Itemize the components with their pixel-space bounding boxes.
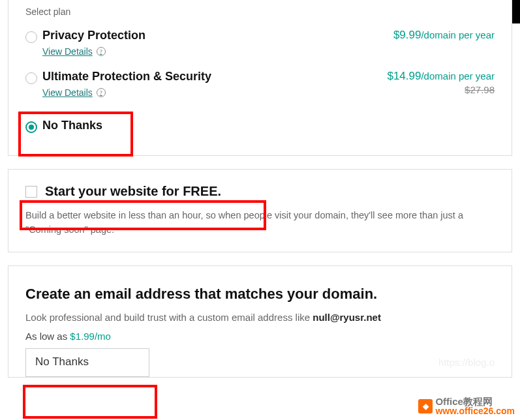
email-desc-pre: Look professional and build trust with a… bbox=[25, 312, 313, 323]
low-as-price: $1.99/mo bbox=[70, 331, 111, 342]
price-strike-ultimate: $27.98 bbox=[377, 84, 495, 95]
low-as-pre: As low as bbox=[25, 331, 70, 342]
price-privacy: $9.99 bbox=[393, 29, 421, 41]
price-ultimate: $14.99 bbox=[387, 70, 421, 82]
plan-row-privacy: Privacy Protection View Details ? $9.99/… bbox=[8, 22, 512, 63]
view-details-label: View Details bbox=[42, 46, 93, 57]
plan-title-ultimate: Ultimate Protection & Security bbox=[42, 70, 377, 83]
side-black-bar bbox=[512, 0, 520, 23]
plan-title-nothanks: No Thanks bbox=[42, 119, 495, 132]
price-suffix-ultimate: /domain per year bbox=[421, 70, 495, 82]
radio-ultimate[interactable] bbox=[25, 72, 37, 84]
email-plan-dropdown[interactable]: No Thanks bbox=[25, 348, 149, 377]
start-website-checkbox[interactable] bbox=[25, 186, 37, 198]
watermark: ◆ Office教程网 www.office26.com bbox=[418, 397, 515, 416]
select-plan-card: Select plan Privacy Protection View Deta… bbox=[8, 0, 512, 156]
email-upsell-description: Look professional and build trust with a… bbox=[25, 312, 495, 323]
info-icon: ? bbox=[97, 88, 106, 97]
watermark-line1: Office教程网 bbox=[435, 397, 515, 407]
select-plan-label: Select plan bbox=[8, 0, 512, 22]
view-details-ultimate[interactable]: View Details ? bbox=[42, 87, 106, 98]
email-low-as: As low as $1.99/mo bbox=[25, 331, 495, 342]
watermark-badge-icon: ◆ bbox=[418, 399, 433, 413]
email-example: null@ryusr.net bbox=[313, 312, 381, 323]
email-upsell-title: Create an email address that matches you… bbox=[25, 286, 495, 303]
start-website-label: Start your website for FREE. bbox=[45, 184, 221, 199]
plan-row-nothanks: No Thanks bbox=[8, 104, 512, 136]
website-upsell-description: Build a better website in less than an h… bbox=[25, 208, 495, 237]
dropdown-value: No Thanks bbox=[35, 355, 89, 368]
plan-row-ultimate: Ultimate Protection & Security View Deta… bbox=[8, 63, 512, 104]
view-details-label: View Details bbox=[42, 87, 93, 98]
price-suffix-privacy: /domain per year bbox=[421, 29, 495, 40]
view-details-privacy[interactable]: View Details ? bbox=[42, 46, 106, 57]
website-upsell-card: Start your website for FREE. Build a bet… bbox=[8, 169, 512, 252]
url-hint: https://blog.o bbox=[438, 357, 495, 368]
info-icon: ? bbox=[97, 47, 106, 56]
email-upsell-card: Create an email address that matches you… bbox=[8, 265, 512, 378]
radio-privacy[interactable] bbox=[25, 31, 37, 43]
annotation-highlight-3 bbox=[23, 385, 157, 419]
plan-title-privacy: Privacy Protection bbox=[42, 29, 377, 42]
radio-nothanks[interactable] bbox=[25, 121, 37, 133]
watermark-line2: www.office26.com bbox=[435, 406, 515, 416]
